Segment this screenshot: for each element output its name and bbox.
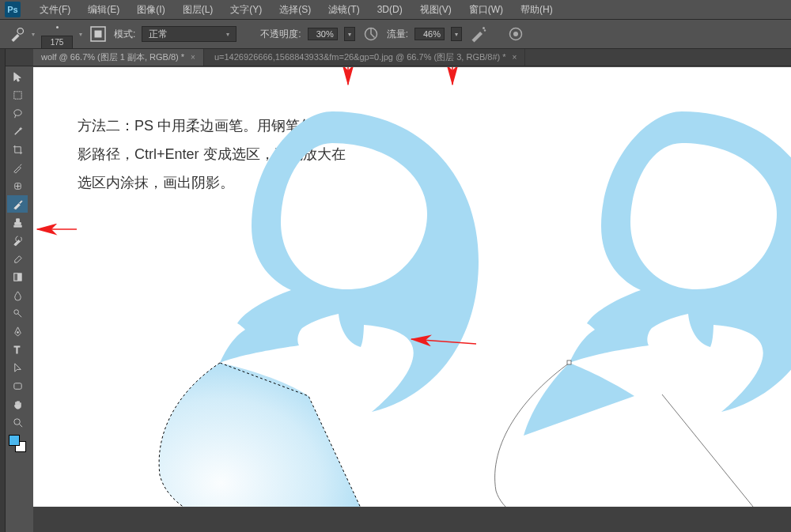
marquee-tool[interactable] [7,86,28,104]
svg-point-9 [13,109,21,115]
lasso-tool[interactable] [7,104,28,122]
crop-tool[interactable] [7,141,28,158]
close-icon[interactable]: × [191,53,195,62]
menu-help[interactable]: 帮助(H) [513,2,561,18]
menu-bar: Ps 文件(F) 编辑(E) 图像(I) 图层(L) 文字(Y) 选择(S) 滤… [0,0,791,19]
tab-image2[interactable]: u=1426926666,1568843933&fm=26&gp=0.jpg @… [206,49,525,66]
shape-tool[interactable] [7,377,28,394]
close-icon[interactable]: × [513,53,517,62]
dropdown-icon[interactable]: ▾ [32,31,35,38]
blur-tool[interactable] [7,286,28,304]
status-bar [33,507,791,532]
menu-filter[interactable]: 滤镜(T) [320,2,367,18]
heal-tool[interactable] [7,177,28,194]
svg-rect-2 [95,31,102,38]
mode-label: 模式: [114,28,135,41]
menu-view[interactable]: 视图(V) [412,2,460,18]
svg-rect-8 [13,91,21,98]
hand-tool[interactable] [7,395,28,413]
brush-tool-icon[interactable] [9,26,25,42]
svg-point-5 [484,29,486,31]
canvas[interactable]: 方法二：PS 中用柔边画笔。用钢笔勾出阴 影路径，Ctrl+Enter 变成选区… [33,67,791,507]
color-swatch[interactable] [9,435,26,452]
mode-value: 正常 [149,28,168,41]
tab-label: wolf @ 66.7% (图层 1 副本, RGB/8) * [41,51,184,63]
menu-type[interactable]: 文字(Y) [222,2,270,18]
pen-tool[interactable] [7,323,28,340]
svg-rect-17 [13,383,21,389]
opacity-label: 不透明度: [260,28,301,41]
app-logo: Ps [5,2,21,17]
brush-tool[interactable] [7,195,28,213]
move-tool[interactable] [7,68,28,85]
tab-label: u=1426926666,1568843933&fm=26&gp=0.jpg @… [214,51,506,63]
menu-3d[interactable]: 3D(D) [369,2,411,17]
menu-file[interactable]: 文件(F) [32,2,78,18]
flow-label: 流量: [387,28,408,41]
zoom-tool[interactable] [7,413,28,431]
eraser-tool[interactable] [7,250,28,267]
svg-rect-11 [13,225,21,227]
menu-edit[interactable]: 编辑(E) [80,2,127,18]
dodge-tool[interactable] [7,304,28,322]
wand-tool[interactable] [7,123,28,140]
brush-preset-icon[interactable] [49,19,65,35]
pressure-opacity-icon[interactable] [361,25,380,43]
path-select-tool[interactable] [7,359,28,376]
document-tabs: wolf @ 66.7% (图层 1 副本, RGB/8) * × u=1426… [0,49,791,66]
foreground-color[interactable] [9,435,20,446]
tab-wolf[interactable]: wolf @ 66.7% (图层 1 副本, RGB/8) * × [33,49,204,66]
dropdown-icon[interactable]: ▾ [79,31,82,38]
svg-point-18 [13,418,20,424]
menu-select[interactable]: 选择(S) [271,2,319,18]
menu-layer[interactable]: 图层(L) [175,2,221,18]
toolbox: T [6,66,29,452]
gradient-tool[interactable] [7,268,28,285]
svg-text:T: T [13,345,20,356]
svg-line-23 [411,339,476,344]
stamp-tool[interactable] [7,213,28,231]
brush-panel-icon[interactable] [89,25,108,43]
svg-point-4 [483,27,485,29]
mode-select[interactable]: 正常▾ [142,26,237,42]
opacity-field[interactable]: 30% [308,28,338,40]
pressure-size-icon[interactable] [506,25,525,43]
menu-window[interactable]: 窗口(W) [461,2,511,18]
history-brush-tool[interactable] [7,232,28,249]
svg-point-7 [513,32,518,36]
svg-point-15 [17,331,18,333]
eyedropper-tool[interactable] [7,159,28,176]
svg-rect-13 [13,273,17,280]
flow-dropdown-icon[interactable]: ▾ [451,27,462,41]
type-tool[interactable]: T [7,341,28,358]
flow-field[interactable]: 46% [414,28,445,40]
annotation-arrows [33,67,791,507]
left-dock [0,49,6,532]
svg-point-0 [17,28,24,35]
opacity-dropdown-icon[interactable]: ▾ [344,27,355,41]
menu-image[interactable]: 图像(I) [129,2,172,18]
brush-size-field[interactable]: 175 [41,36,73,49]
airbrush-icon[interactable] [468,25,487,43]
options-bar: ▾ 175 ▾ 模式: 正常▾ 不透明度: 30% ▾ 流量: 46% ▾ [0,19,791,49]
